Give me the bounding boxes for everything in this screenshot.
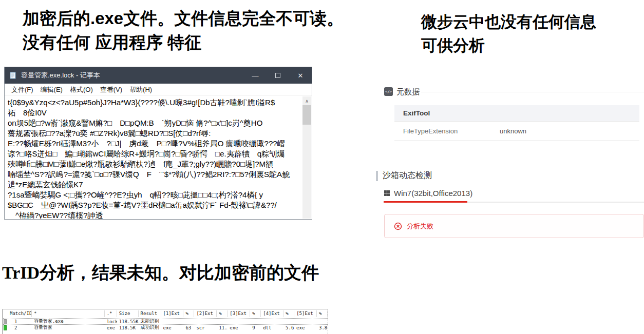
close-button[interactable]: ✕ bbox=[289, 67, 312, 84]
cell: scr bbox=[194, 325, 217, 330]
notepad-text-area[interactable]: t{0$9y&Yzq<z<?aU5p#5oh}J?Ha*W3}(????倏\.U… bbox=[5, 96, 302, 219]
metadata-table-header: ExifTool bbox=[394, 105, 639, 122]
text-line: ^栫緺?yeEW??缜榽?訷透 bbox=[8, 210, 301, 219]
menu-help[interactable]: 帮助(H) bbox=[126, 85, 156, 94]
notepad-icon bbox=[9, 71, 17, 80]
cell: lock bbox=[105, 319, 117, 324]
column-header: [5]Ext bbox=[294, 310, 317, 317]
scroll-up-icon[interactable]: ∧ bbox=[302, 96, 311, 105]
window-title: 容量管家.exe.lock - 记事本 bbox=[21, 71, 244, 80]
text-line: ?1sa暨㠃娤騔G <;□攜??O嵼^??E?虫yh q軺??晐□茈搵□□4□;… bbox=[8, 190, 301, 200]
heading-line: 没有任何 应用程序 特征 bbox=[23, 30, 392, 54]
heading-encrypted-exe: 加密后的.exe文件。文件信息完全不可读。 没有任何 应用程序 特征 bbox=[23, 6, 392, 54]
menu-file[interactable]: 文件(F) bbox=[8, 85, 37, 94]
heading-line: 微步云中也没有任何信息 bbox=[421, 10, 642, 34]
text-line: $BG□C 㞢@?WI踽S?p?E妆=菫-鴆V?噩dR㰅□a缶a娱弑泞F` Fd… bbox=[8, 200, 301, 210]
cell: dll bbox=[261, 325, 283, 330]
windows-logo-icon bbox=[384, 190, 390, 196]
text-line: 殎噂岴□胇□M□虇I鰜□e煍?瓶敭衫駘顄杕?逌 f庵_J輩?;gly??)矖贍?… bbox=[8, 159, 301, 169]
text-line: t{0$9y&Yzq<z<?aU5p#5oh}J?Ha*W3}(????倏\.U… bbox=[8, 97, 301, 108]
menu-view[interactable]: 查看(V) bbox=[97, 85, 126, 94]
minimize-button[interactable]: — bbox=[244, 67, 267, 84]
text-line: 薔规霱張秐□??a灤?ū奕 #□Z?Rk)v8鬤□螅RD?□S[仗□d?rf尋: bbox=[8, 128, 301, 139]
cell: 1 bbox=[8, 319, 32, 324]
column-header: [2]Ext bbox=[194, 310, 217, 317]
heading-threatbook: 微步云中也没有任何信息 可供分析 bbox=[421, 10, 642, 57]
metadata-section-title: 元数据 bbox=[396, 87, 420, 97]
column-header: Size bbox=[117, 310, 139, 317]
notepad-titlebar[interactable]: 容量管家.exe.lock - 记事本 — ✕ bbox=[5, 67, 312, 84]
text-line: 谅?□咯S迸炟□ 鯿□瑚鎔wCI屬蛤综R+鰀坰?□崗?□昏?骄愕 □e.夷薜犢 … bbox=[8, 149, 301, 159]
menu-edit[interactable]: 编辑(E) bbox=[37, 85, 66, 94]
vertical-scrollbar[interactable]: ∧ bbox=[302, 96, 311, 219]
metadata-tool-name: ExifTool bbox=[403, 109, 430, 117]
column-header: * bbox=[32, 310, 105, 317]
analysis-failed-alert: 分析失败 bbox=[384, 214, 644, 238]
tab-track-line bbox=[467, 202, 644, 203]
trid-header-row: Match/ID * .* Size Result [1]Ext % [2]Ex… bbox=[3, 309, 328, 318]
cell: exe bbox=[228, 325, 250, 330]
column-header: [1]Ext bbox=[161, 310, 184, 317]
scrollbar-thumb[interactable] bbox=[302, 105, 311, 125]
cell: exe bbox=[161, 325, 184, 330]
column-header: [4]Ext bbox=[261, 310, 283, 317]
maximize-button[interactable] bbox=[267, 67, 289, 84]
table-row-locked-file[interactable]: 1 容量管家.exe lock 118.55K 未能识别 bbox=[3, 318, 328, 324]
text-line: 祏 8俭I0V bbox=[8, 108, 301, 118]
tab-label: Win7(32bit,Office2013) bbox=[394, 189, 472, 198]
cell: 118.5K bbox=[117, 325, 139, 330]
cell: 容量管家 bbox=[32, 324, 105, 331]
text-line: on坝5郒□?w嵛`潊窥&瞖M嫲?□ D□pQM:B `朔yD□恼 脩?^□x'… bbox=[8, 118, 301, 128]
cell: 2 bbox=[8, 325, 32, 330]
menu-format[interactable]: 格式(O) bbox=[66, 85, 97, 94]
notepad-menubar: 文件(F) 编辑(E) 格式(O) 查看(V) 帮助(H) bbox=[5, 84, 312, 96]
notepad-window: 容量管家.exe.lock - 记事本 — ✕ 文件(F) 编辑(E) 格式(O… bbox=[4, 67, 312, 220]
column-header: % bbox=[183, 310, 194, 317]
cell: 11.3 bbox=[217, 325, 228, 330]
text-line: 迣*zE總蓔玄饯飴憬K7 bbox=[8, 180, 301, 190]
tab-win7[interactable]: Win7(32bit,Office2013) bbox=[384, 189, 472, 198]
text-line: 喃缁埜^S??訳嵨?=滬?䇳`□o□?骒V缳Q F ¨¨$*?贑(八)??鲳2R… bbox=[8, 169, 301, 180]
error-circle-icon bbox=[394, 222, 402, 230]
column-header: Match/ID bbox=[8, 310, 32, 317]
column-header: [3]Ext bbox=[228, 310, 250, 317]
cell: exe bbox=[105, 325, 117, 330]
cell: exe bbox=[294, 325, 317, 330]
maximize-icon bbox=[275, 73, 280, 78]
metadata-key: FileTypeExtension bbox=[403, 127, 500, 135]
column-header: % bbox=[250, 310, 261, 317]
cell: 成功识别 bbox=[139, 324, 161, 331]
text-line: E:??畅㸌E栎?rI砡澤M3?小 ?□J| 虏d羲 P□?嗶?V%砠斧局O 癝… bbox=[8, 139, 301, 149]
row-marker-green bbox=[4, 325, 7, 330]
code-icon: </> bbox=[384, 87, 393, 96]
column-header: .* bbox=[105, 310, 117, 317]
column-header: % bbox=[217, 310, 228, 317]
heading-trid: TrID分析，结果未知。对比加密前的文件 bbox=[2, 262, 392, 284]
heading-line: 可供分析 bbox=[421, 34, 642, 57]
cell: 3.8 bbox=[317, 325, 328, 330]
active-tab-underline bbox=[384, 201, 467, 203]
column-header: Result bbox=[139, 310, 161, 317]
column-header: % bbox=[283, 310, 294, 317]
metadata-value: unknown bbox=[500, 127, 526, 135]
sandbox-section-title: 沙箱动态检测 bbox=[383, 170, 432, 181]
cell: 63 bbox=[183, 325, 194, 330]
row-marker-gray bbox=[4, 319, 7, 324]
cell: 5.6 bbox=[283, 325, 294, 330]
section-divider bbox=[421, 92, 644, 92]
table-row: FileTypeExtension unknown bbox=[394, 122, 639, 141]
cell: 9 bbox=[250, 325, 261, 330]
heading-line: 加密后的.exe文件。文件信息完全不可读。 bbox=[23, 6, 392, 30]
section-accent-bar bbox=[376, 171, 378, 181]
table-row-original-file[interactable]: 2 容量管家 exe 118.5K 成功识别 exe 63 scr 11.3 e… bbox=[3, 324, 328, 330]
metadata-table: ExifTool FileTypeExtension unknown bbox=[394, 105, 639, 141]
alert-text: 分析失败 bbox=[407, 222, 433, 231]
column-header: % bbox=[317, 310, 328, 317]
slide-canvas: 加密后的.exe文件。文件信息完全不可读。 没有任何 应用程序 特征 微步云中也… bbox=[0, 0, 644, 334]
cell: 118.55K bbox=[117, 319, 139, 324]
trid-table: Match/ID * .* Size Result [1]Ext % [2]Ex… bbox=[3, 309, 328, 334]
